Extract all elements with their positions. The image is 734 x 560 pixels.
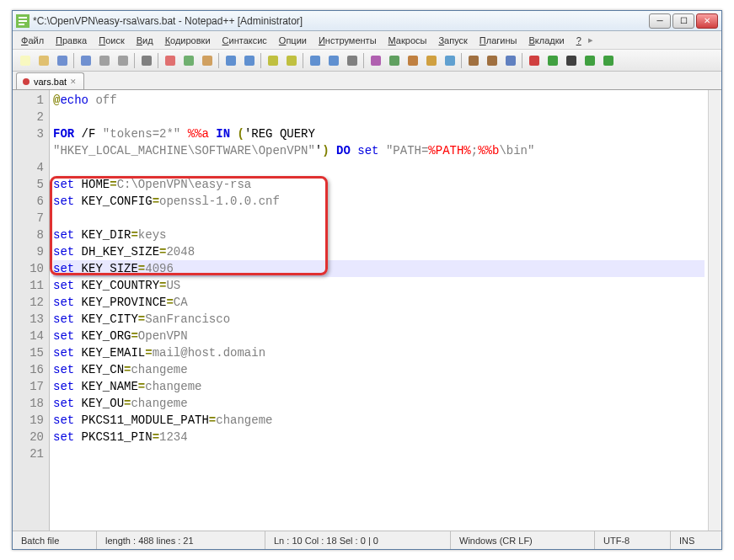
toolbar-playlist-button[interactable] (581, 51, 598, 69)
menu-кодировки[interactable]: Кодировки (160, 34, 216, 47)
toolbar-saveall-button[interactable] (77, 51, 94, 69)
toolbar-paste-button[interactable] (198, 51, 216, 69)
toolbar-lang-button[interactable] (404, 51, 421, 69)
toolbar-folder-button[interactable] (422, 51, 440, 69)
bookmark-icon (504, 54, 517, 67)
toolbar-find-button[interactable] (264, 51, 281, 69)
svg-rect-25 (445, 56, 455, 66)
code-line[interactable]: set PKCS11_MODULE_PATH=changeme (53, 412, 705, 429)
toolbar-allchars-button[interactable] (367, 51, 384, 69)
toolbar-copy-button[interactable] (179, 51, 197, 69)
code-line[interactable]: set KEY_SIZE=4096 (53, 260, 705, 277)
toolbar-new-button[interactable] (16, 51, 34, 69)
status-pos: Ln : 10 Col : 18 Sel : 0 | 0 (265, 531, 451, 549)
line-number: 10 (14, 260, 44, 277)
menu-плагины[interactable]: Плагины (474, 34, 522, 47)
code-line[interactable]: set KEY_COUNTRY=US (53, 277, 705, 294)
toolbar-wrap-button[interactable] (343, 51, 361, 69)
status-mode[interactable]: INS (671, 531, 721, 549)
menu-запуск[interactable]: Запуск (433, 34, 472, 47)
app-window: *C:\OpenVPN\easy-rsa\vars.bat - Notepad+… (12, 10, 722, 550)
toolbar-zoomin-button[interactable] (306, 51, 324, 69)
wrap-icon (346, 54, 359, 67)
code-line[interactable]: set KEY_OU=changeme (53, 395, 705, 412)
close-button[interactable]: ✕ (696, 13, 718, 29)
svg-rect-20 (347, 56, 357, 66)
menu-поиск[interactable]: Поиск (94, 34, 129, 47)
menu-вид[interactable]: Вид (131, 34, 158, 47)
toolbar-stop-button[interactable] (562, 51, 580, 69)
code-line[interactable]: set PKCS11_PIN=1234 (53, 429, 705, 445)
toolbar-save-button[interactable] (53, 51, 71, 69)
closeall-icon (116, 54, 130, 67)
tab-vars-bat[interactable]: vars.bat ✕ (16, 72, 84, 89)
toolbar-replace-button[interactable] (282, 51, 300, 69)
editor[interactable]: 123456789101112131415161718192021 @echo … (13, 90, 721, 531)
toolbar-undo-button[interactable] (222, 51, 239, 69)
code-line[interactable]: "HKEY_LOCAL_MACHINE\SOFTWARE\OpenVPN"') … (53, 142, 705, 159)
toolbar-bookmark-button[interactable] (501, 51, 519, 69)
status-eol[interactable]: Windows (CR LF) (451, 531, 595, 549)
code-line[interactable] (53, 109, 705, 125)
svg-rect-10 (142, 56, 152, 66)
toolbar-print-button[interactable] (137, 51, 155, 69)
toolbar-func-button[interactable] (441, 51, 458, 69)
toolbar-indent-button[interactable] (385, 51, 403, 69)
comment-icon (467, 54, 480, 67)
playlist-icon (583, 54, 597, 67)
code-line[interactable] (53, 445, 705, 462)
maximize-button[interactable]: ☐ (672, 13, 694, 29)
menu-overflow-icon[interactable]: ▸ (588, 35, 597, 45)
toolbar-closeall-button[interactable] (114, 51, 131, 69)
code-line[interactable]: set KEY_ORG=OpenVPN (53, 328, 705, 344)
toolbar-redo-button[interactable] (240, 51, 258, 69)
toolbar-cut-button[interactable] (161, 51, 179, 69)
toolbar-run-button[interactable] (599, 51, 617, 69)
svg-rect-18 (310, 56, 320, 66)
toolbar-play-button[interactable] (544, 51, 561, 69)
menu-макросы[interactable]: Макросы (383, 34, 432, 47)
code-line[interactable]: set HOME=C:\OpenVPN\easy-rsa (53, 176, 705, 193)
code-line[interactable]: set KEY_PROVINCE=CA (53, 294, 705, 311)
code-line[interactable]: FOR /F "tokens=2*" %%a IN ('REG QUERY (53, 125, 705, 142)
line-number: 9 (14, 243, 44, 260)
toolbar-open-button[interactable] (35, 51, 52, 69)
menu-правка[interactable]: Правка (51, 34, 92, 47)
line-number: 15 (14, 344, 44, 361)
titlebar[interactable]: *C:\OpenVPN\easy-rsa\vars.bat - Notepad+… (13, 11, 721, 31)
menu-вкладки[interactable]: Вкладки (523, 34, 569, 47)
line-gutter: 123456789101112131415161718192021 (13, 90, 50, 531)
code-line[interactable]: set KEY_CITY=SanFrancisco (53, 311, 705, 328)
toolbar (13, 50, 721, 72)
menu-файл[interactable]: Файл (16, 34, 49, 47)
code-line[interactable]: set DH_KEY_SIZE=2048 (53, 243, 705, 260)
code-line[interactable]: @echo off (53, 92, 705, 109)
cut-icon (163, 54, 177, 67)
toolbar-uncomment-button[interactable] (483, 51, 501, 69)
code-line[interactable]: set KEY_DIR=keys (53, 227, 705, 243)
code-line[interactable]: set KEY_NAME=changeme (53, 378, 705, 395)
vertical-scrollbar[interactable] (708, 90, 721, 531)
svg-rect-22 (389, 56, 399, 66)
code-line[interactable]: set KEY_EMAIL=mail@host.domain (53, 344, 705, 361)
menu-?[interactable]: ? (571, 34, 587, 47)
code-line[interactable]: set KEY_CN=changeme (53, 361, 705, 378)
toolbar-close-button[interactable] (95, 51, 113, 69)
code-line[interactable] (53, 159, 705, 176)
code-area[interactable]: @echo off FOR /F "tokens=2*" %%a IN ('RE… (50, 90, 708, 531)
play-icon (546, 54, 560, 67)
toolbar-zoomout-button[interactable] (324, 51, 342, 69)
toolbar-record-button[interactable] (525, 51, 543, 69)
status-enc[interactable]: UTF-8 (595, 531, 671, 549)
tab-close-icon[interactable]: ✕ (70, 77, 78, 86)
menu-синтаксис[interactable]: Синтаксис (217, 34, 272, 47)
code-line[interactable] (53, 210, 705, 227)
menu-опции[interactable]: Опции (274, 34, 312, 47)
svg-rect-29 (529, 56, 539, 66)
svg-rect-16 (268, 56, 278, 66)
svg-rect-8 (99, 56, 110, 66)
minimize-button[interactable]: ─ (649, 13, 671, 29)
menu-инструменты[interactable]: Инструменты (313, 34, 382, 47)
code-line[interactable]: set KEY_CONFIG=openssl-1.0.0.cnf (53, 193, 705, 210)
toolbar-comment-button[interactable] (464, 51, 482, 69)
